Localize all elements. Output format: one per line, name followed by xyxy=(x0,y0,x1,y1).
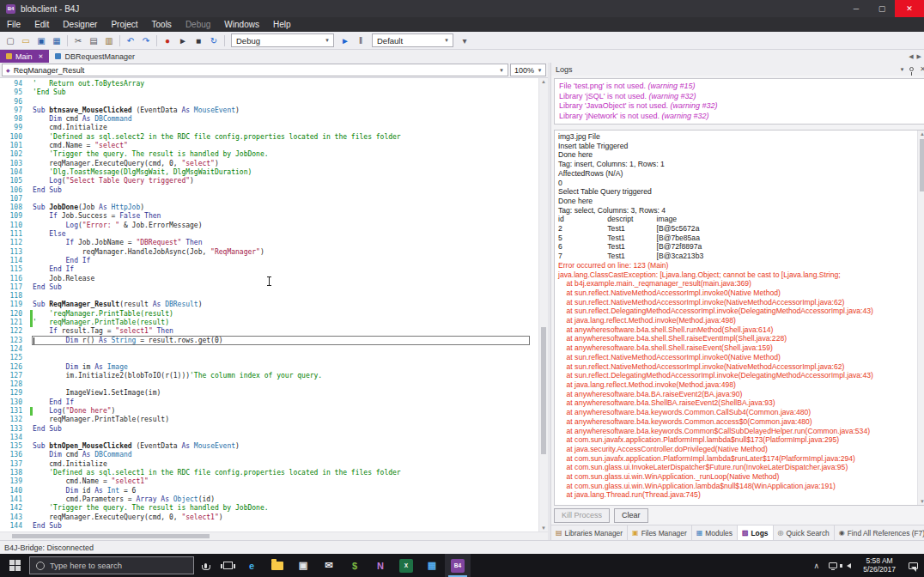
code-line[interactable]: 127 im.Initialize2(blobToIO(r(1)))'The c… xyxy=(0,372,538,380)
b4j-icon[interactable]: B4 xyxy=(445,554,471,577)
code-line[interactable]: 133End Sub xyxy=(0,425,538,434)
code-line[interactable]: 142 'Trigger the query. The result is ha… xyxy=(0,504,538,513)
clear-button[interactable]: Clear xyxy=(614,508,648,523)
taskbar-clock[interactable]: 5:58 AM 5/26/2017 xyxy=(857,557,902,574)
menu-windows[interactable]: Windows xyxy=(217,17,266,32)
code-line[interactable]: 118 xyxy=(0,292,538,301)
volume-button[interactable] xyxy=(841,554,857,577)
code-line[interactable]: 134 xyxy=(0,434,538,442)
panel-tab-modules[interactable]: ▦Modules xyxy=(692,525,738,540)
code-line[interactable]: 109 If Job.Success = False Then xyxy=(0,212,538,221)
code-line[interactable]: 131 Log("Done here") xyxy=(0,407,538,416)
onenote-icon[interactable]: N xyxy=(368,554,393,577)
code-line[interactable]: 132 reqManager.PrintTable(result) xyxy=(0,416,538,424)
code-line[interactable]: 113 reqManager.HandleJobAsync(Job, "ReqM… xyxy=(0,248,538,257)
zoom-combobox[interactable]: 100% ▾ xyxy=(510,64,546,76)
menu-debug[interactable]: Debug xyxy=(179,17,217,32)
code-line[interactable]: 121' reqManager.PrintTable(result) xyxy=(0,319,538,327)
code-line[interactable]: 141 cmd.Parameters = Array As Object(id) xyxy=(0,495,538,504)
code-line[interactable]: 140 Dim id As Int = 6 xyxy=(0,487,538,495)
save-icon[interactable]: ▣ xyxy=(33,33,49,48)
file-explorer-icon[interactable] xyxy=(264,554,290,577)
log-vertical-scrollbar[interactable]: ▲ ▼ xyxy=(917,131,924,505)
tab-main[interactable]: Main✕ xyxy=(0,50,49,63)
task-view-button[interactable] xyxy=(216,554,239,577)
menu-tools[interactable]: Tools xyxy=(145,17,179,32)
code-line[interactable]: 144End Sub xyxy=(0,522,538,531)
code-line[interactable]: 135Sub btnOpen_MouseClicked (EventData A… xyxy=(0,442,538,451)
open-project-icon[interactable]: ▭ xyxy=(18,33,33,48)
compile-run-icon[interactable]: ► xyxy=(337,33,353,48)
scroll-down-icon[interactable]: ▼ xyxy=(918,499,924,504)
breakpoint-icon[interactable]: ● xyxy=(160,33,175,48)
stop-icon[interactable]: ■ xyxy=(191,33,206,48)
code-line[interactable]: 100 'Defined as sql.select2 in the RDC f… xyxy=(0,133,538,142)
code-line[interactable]: 123 Dim r() As String = result.rows.get(… xyxy=(0,337,538,345)
code-line[interactable]: 112 If Job.JobName = "DBRequest" Then xyxy=(0,239,538,247)
scroll-down-icon[interactable]: ▼ xyxy=(539,525,548,531)
code-line[interactable]: 106End Sub xyxy=(0,186,538,195)
code-line[interactable]: 143 reqManager.ExecuteQuery(cmd, 0, "sel… xyxy=(0,513,538,522)
menu-edit[interactable]: Edit xyxy=(27,17,56,32)
scroll-up-icon[interactable]: ▲ xyxy=(918,131,924,137)
hidden-icons-button[interactable]: ∧ xyxy=(808,554,824,577)
maximize-button[interactable]: ▢ xyxy=(869,0,895,17)
menu-file[interactable]: File xyxy=(0,17,27,32)
refresh-icon[interactable]: ↻ xyxy=(206,33,222,48)
code-line[interactable]: 138 'Defined as sql.select1 in the RDC f… xyxy=(0,469,538,477)
code-line[interactable]: 126 Dim im As Image xyxy=(0,363,538,372)
code-line[interactable]: 96 xyxy=(0,98,538,106)
taskbar-search-input[interactable]: Type here to search xyxy=(29,556,194,574)
panel-tab-logs[interactable]: ▧Logs xyxy=(738,525,774,540)
redo-icon[interactable]: ↷ xyxy=(138,33,154,48)
code-line[interactable]: 101 cmd.Name = "select" xyxy=(0,142,538,150)
scroll-up-icon[interactable]: ▲ xyxy=(539,79,548,84)
panel-tab-quick-search[interactable]: ◎Quick Search xyxy=(774,525,835,540)
panel-tab-files-manager[interactable]: ▣Files Manager xyxy=(628,525,692,540)
code-line[interactable]: 128 xyxy=(0,380,538,389)
sub-selector-combobox[interactable]: ◆ ReqManager_Result ▾ xyxy=(2,64,508,76)
code-line[interactable]: 120 'reqManager.PrintTable(result) xyxy=(0,310,538,319)
code-line[interactable]: 108Sub JobDone(Job As HttpJob) xyxy=(0,203,538,212)
mail-icon[interactable]: ✉ xyxy=(316,554,342,577)
cut-icon[interactable]: ✂ xyxy=(70,33,86,48)
new-file-icon[interactable]: ▢ xyxy=(3,33,18,48)
code-editor[interactable]: 94' Return out.ToBytesArray95'End Sub969… xyxy=(0,78,548,531)
undo-icon[interactable]: ↶ xyxy=(123,33,138,48)
run-icon[interactable]: ► xyxy=(175,33,191,48)
code-line[interactable]: 105 Log("Select Table Query triggered") xyxy=(0,177,538,185)
code-line[interactable]: 103 reqManager.ExecuteQuery(cmd, 0, "sel… xyxy=(0,160,538,168)
scrollbar-thumb[interactable] xyxy=(541,327,546,454)
code-line[interactable]: 98 Dim cmd As DBCommand xyxy=(0,115,538,124)
copy-icon[interactable]: ▤ xyxy=(86,33,101,48)
pause-icon[interactable]: ‖ xyxy=(353,33,368,48)
photos-icon[interactable]: ▦ xyxy=(419,554,445,577)
excel-icon[interactable]: X xyxy=(393,554,419,577)
code-line[interactable]: 136 Dim cmd As DBCommand xyxy=(0,451,538,459)
scroll-tabs-right-icon[interactable]: ▶ xyxy=(917,53,921,60)
code-line[interactable]: 111 Else xyxy=(0,230,538,239)
store-icon[interactable]: ▣ xyxy=(290,554,316,577)
build-configuration-select[interactable]: Default▾ xyxy=(372,33,453,47)
code-line[interactable]: 104 'Dlg.ToastMessage(DlgMsgWait, DlgMsg… xyxy=(0,168,538,177)
code-line[interactable]: 124 xyxy=(0,345,538,354)
paste-icon[interactable]: ▥ xyxy=(101,33,117,48)
toolbar-overflow-icon[interactable]: ▾ xyxy=(457,33,472,48)
network-button[interactable] xyxy=(824,554,841,577)
menu-project[interactable]: Project xyxy=(104,17,144,32)
code-line[interactable]: 130 End If xyxy=(0,398,538,407)
edge-icon[interactable]: e xyxy=(239,554,264,577)
code-line[interactable]: 97Sub btnsave_MouseClicked (EventData As… xyxy=(0,106,538,115)
menu-help[interactable]: Help xyxy=(266,17,298,32)
scrollbar-thumb[interactable] xyxy=(12,534,210,538)
start-button[interactable] xyxy=(0,554,29,577)
save-all-icon[interactable]: ▦ xyxy=(49,33,64,48)
close-tab-icon[interactable]: ✕ xyxy=(39,53,44,60)
code-line[interactable]: 117End Sub xyxy=(0,283,538,292)
money-icon[interactable]: $ xyxy=(342,554,368,577)
tab-dbrequestmanager[interactable]: DBRequestManager xyxy=(49,50,141,63)
pin-icon[interactable] xyxy=(909,67,914,71)
action-center-button[interactable] xyxy=(902,554,924,577)
panel-tab-libraries-manager[interactable]: ▤Libraries Manager xyxy=(551,525,628,540)
editor-vertical-scrollbar[interactable]: ▲ ▼ xyxy=(538,78,548,531)
